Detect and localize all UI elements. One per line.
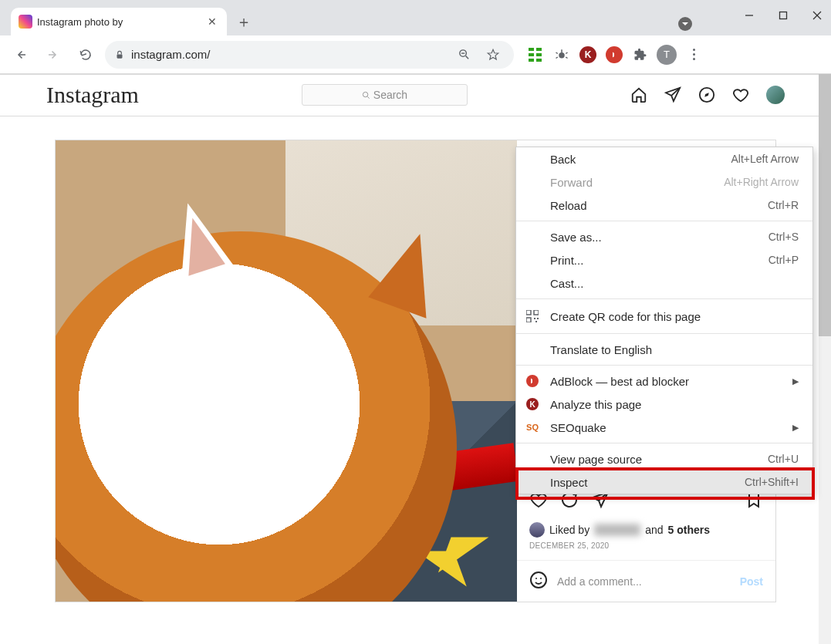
extension-grid-icon[interactable]: [525, 44, 546, 66]
window-minimize-button[interactable]: [741, 8, 757, 23]
submenu-arrow-icon: ▶: [792, 423, 799, 433]
svg-rect-2: [780, 12, 787, 19]
liked-by-others[interactable]: 5 others: [668, 524, 710, 536]
ctx-adblock[interactable]: AdBlock — best ad blocker ▶: [516, 369, 812, 393]
comment-input[interactable]: Add a comment...: [557, 575, 731, 588]
extension-seoquake-icon[interactable]: [551, 44, 573, 66]
svg-rect-14: [529, 53, 534, 56]
ctx-analyze[interactable]: K Analyze this page: [516, 393, 812, 416]
ctx-forward: Forward Alt+Right Arrow: [516, 170, 812, 194]
instagram-favicon: [19, 15, 32, 29]
post-comment-button[interactable]: Post: [740, 575, 763, 588]
context-menu: Back Alt+Left Arrow Forward Alt+Right Ar…: [515, 147, 813, 494]
adblock-icon: [525, 374, 539, 388]
home-icon[interactable]: [630, 86, 647, 103]
seoquake-icon: SQ: [525, 420, 539, 434]
svg-point-31: [535, 578, 537, 579]
window-controls: [741, 8, 825, 23]
ctx-print[interactable]: Print... Ctrl+P: [516, 248, 812, 271]
liker-username[interactable]: xxxxxxxx: [594, 524, 640, 536]
svg-point-18: [559, 52, 565, 59]
activity-heart-icon[interactable]: [732, 86, 749, 103]
bookmark-star-icon[interactable]: [481, 43, 505, 66]
ctx-cast[interactable]: Cast...: [516, 271, 812, 295]
zoom-icon[interactable]: [452, 43, 475, 66]
svg-rect-16: [529, 59, 534, 62]
svg-rect-35: [526, 318, 531, 322]
extensions-area: K T: [525, 43, 705, 66]
nav-reload-button[interactable]: [73, 42, 99, 68]
extension-adblock-icon[interactable]: [603, 44, 625, 66]
url-text: instagram.com/: [131, 48, 446, 61]
explore-icon[interactable]: [698, 86, 715, 103]
extension-k-icon[interactable]: K: [577, 44, 599, 66]
address-bar[interactable]: instagram.com/: [105, 41, 514, 69]
tab-title: Instagram photo by: [37, 16, 201, 28]
ctx-qr-code[interactable]: Create QR code for this page: [516, 303, 812, 329]
instagram-logo[interactable]: Instagram: [46, 82, 139, 108]
messages-icon[interactable]: [664, 86, 681, 103]
ctx-view-source[interactable]: View page source Ctrl+U: [516, 447, 812, 470]
svg-rect-37: [537, 318, 539, 319]
scrollbar-thumb[interactable]: [819, 74, 831, 336]
qr-icon: [525, 309, 539, 323]
svg-marker-28: [704, 93, 709, 97]
svg-rect-38: [535, 321, 537, 322]
svg-point-32: [540, 578, 542, 579]
ctx-separator: [516, 443, 812, 443]
profile-badge-icon[interactable]: [678, 17, 692, 31]
ctx-inspect[interactable]: Inspect Ctrl+Shift+I: [516, 470, 812, 494]
svg-rect-36: [534, 318, 535, 319]
svg-line-23: [566, 57, 567, 59]
svg-line-20: [556, 52, 558, 54]
svg-line-21: [566, 52, 567, 54]
ctx-separator: [516, 298, 812, 299]
user-avatar[interactable]: [766, 86, 785, 104]
likes-row: Liked by xxxxxxxx and 5 others: [517, 518, 775, 541]
window-close-button[interactable]: [809, 8, 825, 23]
ctx-separator: [516, 221, 812, 221]
liker-avatar[interactable]: [529, 522, 545, 538]
ctx-save-as[interactable]: Save as... Ctrl+S: [516, 225, 812, 248]
svg-rect-34: [534, 310, 539, 315]
instagram-nav: [630, 86, 785, 104]
ctx-seoquake[interactable]: SQ SEOquake ▶: [516, 416, 812, 439]
ctx-separator: [516, 333, 812, 334]
svg-point-30: [531, 572, 546, 588]
svg-line-9: [465, 56, 468, 59]
svg-rect-15: [536, 53, 542, 56]
svg-line-22: [556, 57, 558, 59]
ctx-separator: [516, 365, 812, 366]
svg-rect-7: [117, 54, 123, 58]
liked-by-prefix: Liked by: [549, 524, 589, 536]
ctx-translate[interactable]: Translate to English: [516, 338, 812, 361]
emoji-icon[interactable]: [529, 571, 548, 592]
svg-rect-12: [529, 48, 534, 51]
post-date: DECEMBER 25, 2020: [517, 541, 775, 560]
svg-line-25: [367, 96, 369, 98]
ctx-back[interactable]: Back Alt+Left Arrow: [516, 147, 812, 170]
search-icon: [362, 91, 370, 99]
tab-close-button[interactable]: ✕: [205, 15, 219, 29]
extensions-menu-icon[interactable]: [630, 44, 651, 66]
svg-marker-0: [682, 22, 688, 25]
browser-titlebar: Instagram photo by ✕ ＋: [0, 0, 831, 35]
new-tab-button[interactable]: ＋: [233, 11, 255, 32]
instagram-search-input[interactable]: Search: [302, 84, 468, 106]
browser-tab[interactable]: Instagram photo by ✕: [11, 8, 227, 35]
svg-point-24: [363, 92, 367, 96]
k-icon: K: [525, 397, 539, 411]
profile-avatar[interactable]: T: [656, 44, 677, 66]
ctx-reload[interactable]: Reload Ctrl+R: [516, 194, 812, 217]
browser-toolbar: instagram.com/ K T: [0, 35, 831, 74]
window-maximize-button[interactable]: [775, 8, 791, 23]
svg-rect-17: [536, 59, 542, 62]
comment-row: Add a comment... Post: [517, 560, 775, 602]
lock-icon: [114, 49, 125, 60]
search-placeholder: Search: [373, 89, 407, 101]
nav-back-button[interactable]: [8, 42, 34, 68]
post-image[interactable]: [56, 140, 517, 602]
chrome-menu-button[interactable]: [682, 43, 705, 66]
svg-rect-33: [526, 310, 531, 315]
svg-rect-13: [536, 48, 542, 51]
